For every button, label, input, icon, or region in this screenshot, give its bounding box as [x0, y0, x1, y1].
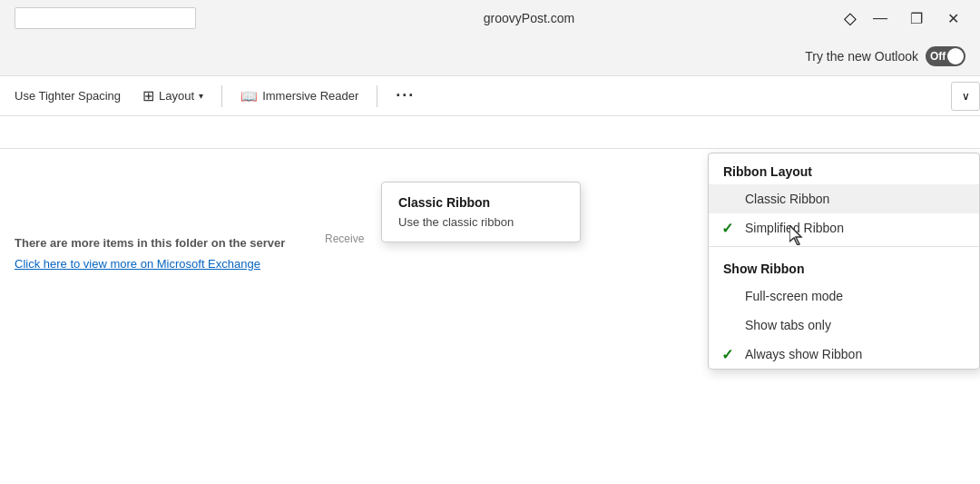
immersive-reader-icon: 📖 — [240, 88, 258, 104]
always-show-ribbon-label: Always show Ribbon — [745, 347, 862, 361]
immersive-reader-button[interactable]: 📖 Immersive Reader — [233, 84, 366, 108]
toolbar-divider — [221, 85, 222, 107]
immersive-reader-label: Immersive Reader — [262, 89, 358, 103]
try-new-outlook-toggle[interactable]: Try the new Outlook Off — [805, 46, 965, 66]
toolbar-divider-2 — [377, 85, 377, 107]
tighter-spacing-button[interactable]: Use Tighter Spacing — [7, 85, 128, 106]
fullscreen-mode-option[interactable]: Full-screen mode — [709, 282, 979, 311]
layout-label: Layout — [159, 89, 194, 103]
search-box[interactable] — [15, 7, 196, 29]
show-ribbon-title: Show Ribbon — [709, 251, 979, 282]
receive-label: Receive — [321, 232, 368, 245]
simplified-ribbon-option[interactable]: Simplified Ribbon — [709, 213, 979, 242]
tooltip-title: Classic Ribbon — [398, 195, 564, 210]
always-show-ribbon-option[interactable]: Always show Ribbon — [709, 340, 979, 369]
toggle-knob — [947, 48, 964, 64]
classic-ribbon-option[interactable]: Classic Ribbon — [709, 184, 979, 213]
outlook-bar: Try the new Outlook Off — [0, 36, 980, 76]
expand-icon: ∨ — [962, 90, 970, 103]
diamond-icon: ◇ — [844, 8, 857, 28]
show-tabs-only-option[interactable]: Show tabs only — [709, 311, 979, 340]
tighter-spacing-label: Use Tighter Spacing — [15, 89, 121, 103]
toolbar: Use Tighter Spacing ⊞ Layout ▾ 📖 Immersi… — [0, 76, 980, 116]
expand-ribbon-button[interactable]: ∨ — [951, 82, 980, 111]
layout-icon: ⊞ — [142, 87, 154, 104]
toggle-switch[interactable]: Off — [926, 46, 965, 66]
tooltip-description: Use the classic ribbon — [398, 215, 564, 229]
classic-ribbon-tooltip: Classic Ribbon Use the classic ribbon — [381, 182, 581, 242]
layout-button[interactable]: ⊞ Layout ▾ — [135, 84, 211, 108]
show-tabs-only-label: Show tabs only — [745, 318, 831, 332]
title-bar-left — [15, 7, 214, 29]
ribbon-layout-dropdown: Ribbon Layout Classic Ribbon Simplified … — [708, 153, 980, 370]
toggle-off-label: Off — [930, 50, 946, 63]
dropdown-divider — [709, 246, 979, 247]
fullscreen-mode-label: Full-screen mode — [745, 289, 843, 303]
ribbon-layout-title: Ribbon Layout — [709, 153, 979, 184]
app-title: groovyPost.com — [484, 11, 574, 25]
classic-ribbon-label: Classic Ribbon — [745, 192, 829, 206]
simplified-ribbon-label: Simplified Ribbon — [745, 221, 844, 235]
more-dots-label: ··· — [396, 86, 415, 105]
layout-chevron: ▾ — [199, 91, 203, 101]
restore-button[interactable]: ❐ — [904, 5, 929, 31]
minimize-button[interactable]: — — [867, 5, 893, 31]
content-header: Receive — [0, 116, 980, 149]
title-bar: groovyPost.com ◇ — ❐ ✕ — [0, 0, 980, 36]
close-button[interactable]: ✕ — [940, 5, 965, 31]
window-controls: ◇ — ❐ ✕ — [844, 5, 965, 31]
more-options-button[interactable]: ··· — [388, 83, 422, 109]
try-new-outlook-label: Try the new Outlook — [805, 49, 918, 64]
